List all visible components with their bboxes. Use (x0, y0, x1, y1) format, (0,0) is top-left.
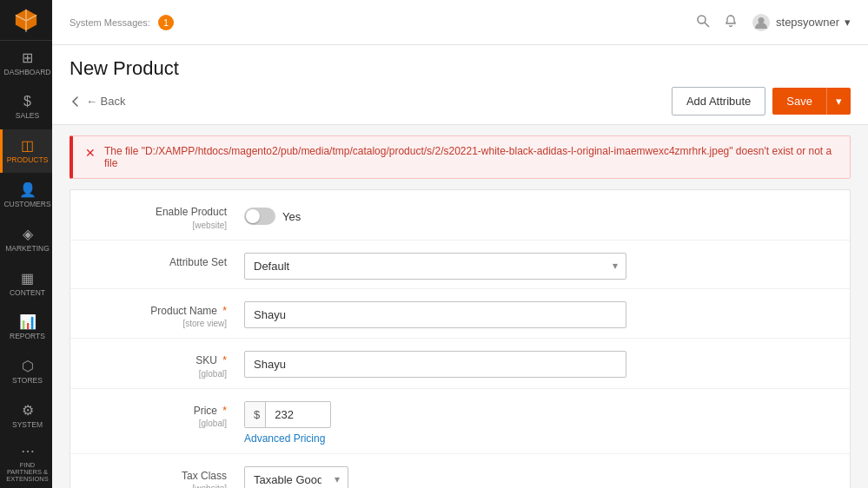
advanced-pricing-link[interactable]: Advanced Pricing (244, 432, 325, 445)
svg-point-3 (759, 17, 765, 23)
sidebar-item-content-label: CONTENT (10, 289, 45, 297)
sidebar-item-reports[interactable]: 📊 REPORTS (0, 306, 52, 350)
product-name-control (244, 298, 832, 328)
sku-row: SKU * [global] (70, 339, 850, 389)
extensions-icon: ⋯ (21, 443, 35, 459)
error-icon: ✕ (85, 146, 96, 160)
product-name-required: * (222, 305, 227, 317)
system-messages-label: System Messages: (70, 17, 150, 28)
error-text: The file "D:/XAMPP/htdocs/magento2/pub/m… (104, 145, 838, 169)
save-label: Save (786, 95, 812, 108)
sidebar-item-reports-label: REPORTS (10, 333, 45, 340)
tax-class-control: None Taxable Goods ▾ (244, 463, 832, 488)
sku-input[interactable] (244, 351, 626, 378)
sidebar: ⊞ DASHBOARD $ SALES ◫ PRODUCTS 👤 CUSTOME… (0, 0, 52, 488)
attribute-set-control: Default Top Bottom ▾ (244, 249, 832, 280)
system-message-count: 1 (158, 15, 174, 30)
sku-label: SKU * [global] (88, 347, 244, 379)
toggle-wrapper: Yes (244, 202, 832, 225)
topbar-left: System Messages: 1 (70, 15, 174, 30)
enable-product-toggle[interactable] (244, 208, 275, 225)
sidebar-item-customers-label: CUSTOMERS (3, 201, 50, 208)
error-message: ✕ The file "D:/XAMPP/htdocs/magento2/pub… (70, 135, 851, 179)
sidebar-item-system[interactable]: ⚙ SYSTEM (0, 393, 52, 438)
sidebar-item-stores[interactable]: ⬡ STORES (0, 349, 52, 393)
sidebar-item-stores-label: STORES (12, 377, 43, 385)
price-input[interactable] (266, 402, 327, 427)
reports-icon: 📊 (19, 313, 36, 330)
save-dropdown-icon: ▾ (836, 95, 842, 108)
user-name: stepsyowner (776, 16, 839, 29)
price-required: * (222, 405, 227, 417)
sidebar-item-customers[interactable]: 👤 CUSTOMERS (0, 173, 52, 217)
attribute-set-row: Attribute Set Default Top Bottom ▾ (70, 241, 850, 289)
svg-line-1 (705, 23, 709, 27)
save-button[interactable]: Save (772, 88, 826, 115)
dashboard-icon: ⊞ (22, 49, 33, 66)
sales-icon: $ (23, 94, 31, 109)
action-row: ← Back Add Attribute Save ▾ (52, 80, 868, 124)
system-icon: ⚙ (22, 402, 34, 419)
save-dropdown-button[interactable]: ▾ (826, 88, 851, 115)
topbar: System Messages: 1 stepsyowner ▾ (52, 0, 868, 45)
advanced-pricing-section: Advanced Pricing (244, 432, 832, 445)
content-icon: ▦ (21, 270, 34, 287)
back-arrow-icon (70, 96, 82, 108)
sidebar-item-dashboard[interactable]: ⊞ DASHBOARD (0, 41, 52, 85)
add-attribute-button[interactable]: Add Attribute (672, 87, 765, 115)
marketing-icon: ◈ (23, 226, 33, 242)
page-title: New Product (70, 57, 179, 80)
stores-icon: ⬡ (22, 358, 34, 374)
attribute-set-label: Attribute Set (88, 249, 244, 270)
price-control: $ Advanced Pricing (244, 398, 832, 445)
svg-point-0 (698, 16, 706, 23)
product-name-input[interactable] (244, 301, 626, 328)
sidebar-item-system-label: SYSTEM (12, 421, 43, 429)
sidebar-logo (0, 0, 52, 41)
user-dropdown-arrow: ▾ (845, 16, 851, 29)
attribute-set-select-wrapper: Default Top Bottom ▾ (244, 253, 626, 280)
back-button[interactable]: ← Back (70, 95, 126, 108)
sidebar-item-extensions[interactable]: ⋯ FIND PARTNERS & EXTENSIONS (0, 438, 52, 488)
page-header-section: New Product ← Back Add Attribute Save ▾ (52, 45, 868, 125)
user-menu[interactable]: stepsyowner ▾ (752, 13, 851, 32)
sidebar-item-content[interactable]: ▦ CONTENT (0, 261, 52, 306)
tax-class-select-wrapper: None Taxable Goods ▾ (244, 466, 348, 488)
save-button-group: Save ▾ (772, 88, 851, 115)
sidebar-item-marketing-label: MARKETING (5, 245, 50, 253)
tax-class-row: Tax Class [website] None Taxable Goods ▾ (70, 454, 850, 488)
sidebar-item-sales-label: SALES (16, 112, 39, 120)
enable-product-value: Yes (282, 210, 301, 223)
attribute-set-select[interactable]: Default Top Bottom (244, 253, 626, 280)
currency-symbol: $ (245, 402, 266, 427)
product-name-label: Product Name * [store view] (88, 298, 244, 330)
sku-control (244, 347, 832, 378)
main-content: System Messages: 1 stepsyowner ▾ New Pro… (52, 0, 868, 488)
toggle-knob (246, 209, 260, 223)
notification-bell-icon[interactable] (724, 14, 738, 31)
page-header-row: New Product (52, 45, 868, 80)
sidebar-item-dashboard-label: DASHBOARD (4, 69, 51, 76)
search-icon[interactable] (696, 14, 710, 31)
enable-product-row: Enable Product [website] Yes (70, 190, 850, 241)
sidebar-item-marketing[interactable]: ◈ MARKETING (0, 217, 52, 261)
price-input-wrapper: $ (244, 401, 331, 428)
sidebar-item-products-label: PRODUCTS (7, 156, 49, 164)
product-form: Enable Product [website] Yes Attribute S… (70, 189, 851, 488)
content-area: New Product ← Back Add Attribute Save ▾ (52, 45, 868, 488)
enable-product-label: Enable Product [website] (88, 199, 244, 231)
user-avatar (752, 13, 771, 32)
sku-required: * (222, 354, 227, 366)
sidebar-item-sales[interactable]: $ SALES (0, 85, 52, 129)
price-label: Price * [global] (88, 398, 244, 430)
products-icon: ◫ (21, 137, 34, 154)
product-name-row: Product Name * [store view] (70, 289, 850, 340)
customers-icon: 👤 (19, 181, 36, 198)
enable-product-control: Yes (244, 199, 832, 225)
tax-class-select[interactable]: None Taxable Goods (244, 466, 348, 488)
topbar-right: stepsyowner ▾ (696, 13, 851, 32)
sidebar-item-products[interactable]: ◫ PRODUCTS (0, 129, 52, 174)
back-label: ← Back (86, 95, 126, 108)
sidebar-item-extensions-label: FIND PARTNERS & EXTENSIONS (3, 462, 52, 484)
tax-class-label: Tax Class [website] (88, 463, 244, 488)
